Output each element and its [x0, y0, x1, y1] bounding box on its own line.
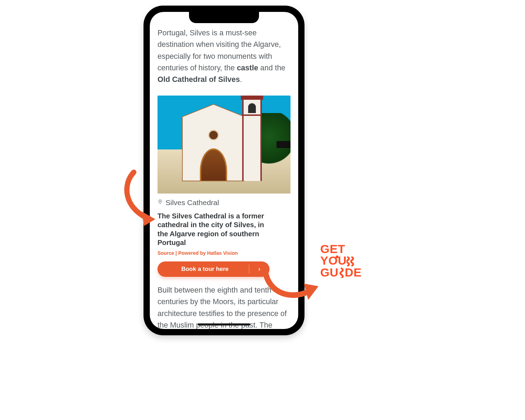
getyourguide-logo: GET YOU GUDE — [320, 243, 362, 278]
callout-arrow-right-icon — [258, 263, 323, 307]
callout-arrow-left-icon — [118, 166, 166, 230]
image-caption-row: Silves Cathedral — [158, 198, 290, 207]
gyg-y: Y — [320, 255, 328, 266]
gyg-squiggle-icon — [346, 256, 355, 266]
image-caption-text: Silves Cathedral — [166, 198, 219, 207]
source-attribution[interactable]: Source | Powered by Hatlas Vision — [158, 250, 290, 256]
book-tour-label: Book a tour here — [158, 266, 249, 273]
hero-image — [158, 96, 290, 194]
intro-bold-castle: castle — [237, 64, 258, 72]
gyg-de: DE — [345, 267, 362, 278]
gyg-u: U — [338, 255, 346, 266]
gyg-gu: GU — [320, 267, 338, 278]
cathedral-subheading: The Silves Cathedral is a former cathedr… — [158, 212, 270, 247]
intro-paragraph: Portugal, Silves is a must-see destinati… — [158, 27, 290, 86]
gyg-squiggle2-icon — [338, 267, 345, 277]
gyg-decorative-o-icon: O — [328, 255, 338, 266]
intro-bold-cathedral: Old Cathedral of Silves — [158, 75, 240, 84]
gyg-line1: GET — [320, 243, 345, 255]
intro-text-mid: and the — [258, 64, 286, 72]
intro-text-suffix: . — [240, 75, 242, 84]
book-tour-button[interactable]: Book a tour here › — [158, 261, 270, 277]
home-indicator[interactable] — [198, 323, 250, 326]
phone-notch — [189, 12, 259, 23]
